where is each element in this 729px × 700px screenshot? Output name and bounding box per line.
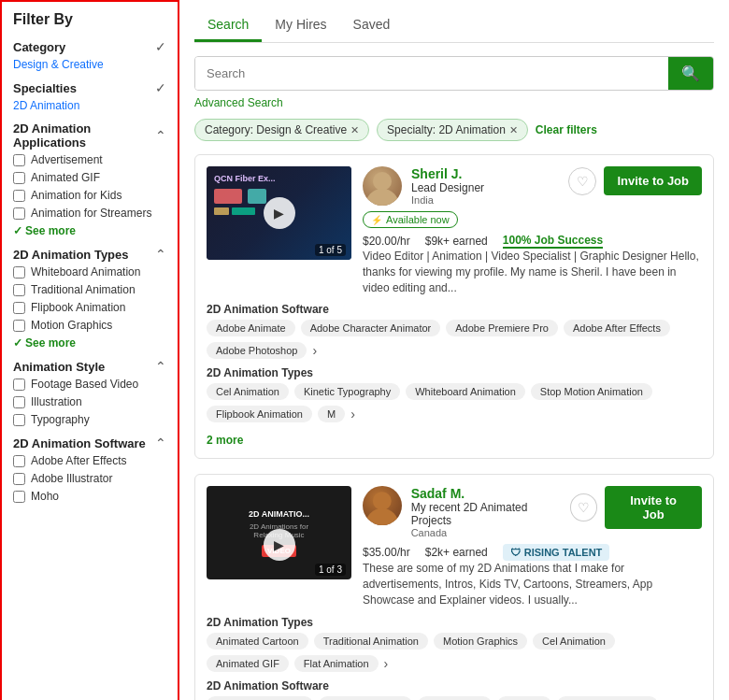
illustrator-checkbox[interactable] (13, 473, 25, 485)
invite-button-sheril[interactable]: Invite to Job (604, 166, 702, 195)
freelancer-name-sheril[interactable]: Sheril J. (411, 166, 484, 181)
tag-animated-cartoon: Animated Cartoon (207, 633, 308, 650)
clear-filters-link[interactable]: Clear filters (536, 123, 597, 136)
heart-button-sheril[interactable]: ♡ (568, 167, 596, 195)
types-tags-sheril: Cel Animation Kinetic Typography Whitebo… (207, 383, 702, 422)
types-section-sheril: 2D Animation Types Cel Animation Kinetic… (207, 366, 702, 422)
description-sadaf: These are some of my 2D Animations that … (363, 561, 702, 607)
whiteboard-checkbox[interactable] (13, 266, 25, 279)
card-actions-sadaf: ♡ Invite to Job (570, 486, 702, 529)
heart-button-sadaf[interactable]: ♡ (570, 493, 598, 521)
tag-whiteboard-animation: Whiteboard Animation (406, 383, 525, 400)
traditional-checkbox[interactable] (13, 284, 25, 296)
earned-sheril: $9k+ earned (425, 235, 488, 248)
checkbox-whiteboard[interactable]: Whiteboard Animation (13, 265, 166, 279)
checkbox-traditional[interactable]: Traditional Animation (13, 283, 166, 296)
checkbox-flipbook[interactable]: Flipbook Animation (13, 301, 166, 314)
footage-checkbox[interactable] (13, 379, 25, 391)
tab-search[interactable]: Search (194, 9, 262, 42)
checkbox-illustrator[interactable]: Adobe Illustrator (13, 472, 166, 485)
applications-see-more[interactable]: See more (13, 224, 166, 237)
freelancer-location-sheril: India (411, 194, 484, 206)
tag-flipbook: Flipbook Animation (207, 406, 312, 422)
types-tags-sadaf: Animated Cartoon Traditional Animation M… (207, 633, 702, 672)
types-label-sheril: 2D Animation Types (207, 366, 702, 379)
checkbox-motion-graphics[interactable]: Motion Graphics (13, 319, 166, 332)
rising-talent-label: RISING TALENT (524, 547, 603, 558)
more-count-sheril[interactable]: 2 more (207, 434, 702, 447)
checkbox-typography[interactable]: Typography (13, 413, 166, 426)
specialties-section: Specialties ✓ 2D Animation (13, 80, 166, 112)
specialties-header[interactable]: Specialties ✓ (13, 80, 166, 95)
more-software-arrow[interactable]: › (312, 343, 317, 358)
software-section: 2D Animation Software ⌃ Adobe After Effe… (13, 436, 166, 503)
category-label: Category (13, 40, 65, 54)
advertisement-checkbox[interactable] (13, 154, 25, 166)
card-info-sadaf: Sadaf M. My recent 2D Animated Projects … (363, 486, 702, 607)
style-header[interactable]: Animation Style ⌃ (13, 359, 166, 374)
style-label: Animation Style (13, 360, 105, 374)
after-effects-checkbox[interactable] (13, 455, 25, 467)
filter-pill-category[interactable]: Category: Design & Creative ✕ (194, 119, 369, 141)
more-types-arrow[interactable]: › (350, 407, 355, 421)
sidebar-title: Filter By (13, 11, 166, 28)
card-top-sheril: QCN Fiber Ex... ▶ 1 of 5 (207, 166, 702, 295)
tab-saved[interactable]: Saved (340, 9, 404, 42)
applications-header[interactable]: 2D Animation Applications ⌃ (13, 121, 166, 150)
tag-cel-animation: Cel Animation (207, 383, 289, 400)
freelancer-name-sadaf[interactable]: Sadaf M. (411, 486, 570, 501)
search-input[interactable] (195, 57, 668, 90)
freelancer-identity-sheril: Sheril J. Lead Designer India (363, 166, 484, 206)
freelancer-card-sheril: QCN Fiber Ex... ▶ 1 of 5 (194, 154, 714, 459)
software-header[interactable]: 2D Animation Software ⌃ (13, 436, 166, 450)
moho-checkbox[interactable] (13, 491, 25, 503)
more-types-arrow-sadaf[interactable]: › (384, 656, 389, 671)
types-see-more[interactable]: See more (13, 336, 166, 350)
checkbox-moho[interactable]: Moho (13, 490, 166, 503)
category-header[interactable]: Category ✓ (13, 39, 166, 54)
shield-icon: 🛡 (510, 547, 521, 558)
software-label-sheril: 2D Animation Software (207, 303, 702, 316)
card-video-sheril[interactable]: QCN Fiber Ex... ▶ 1 of 5 (207, 166, 351, 260)
card-video-sadaf[interactable]: 2D ANIMATIO... 2D Animations forRelaxing… (207, 486, 351, 579)
typography-checkbox[interactable] (13, 414, 25, 426)
checkbox-footage[interactable]: Footage Based Video (13, 378, 166, 391)
play-button-sadaf[interactable]: ▶ (264, 529, 295, 561)
filter-sidebar: Filter By Category ✓ Design & Creative S… (0, 0, 179, 700)
svg-point-3 (365, 508, 399, 525)
flipbook-checkbox[interactable] (13, 302, 25, 314)
freelancer-location-sadaf: Canada (411, 527, 570, 538)
slide-count-sadaf: 1 of 3 (315, 564, 346, 576)
checkbox-after-effects[interactable]: Adobe After Effects (13, 454, 166, 467)
types-section: 2D Animation Types ⌃ Whiteboard Animatio… (13, 247, 166, 350)
types-header[interactable]: 2D Animation Types ⌃ (13, 247, 166, 262)
avatar-sheril (363, 166, 402, 206)
checkbox-advertisement[interactable]: Advertisement (13, 153, 166, 166)
checkbox-animation-streamers[interactable]: Animation for Streamers (13, 207, 166, 220)
tabs-bar: Search My Hires Saved (194, 9, 714, 43)
types-label-sadaf: 2D Animation Types (207, 616, 702, 629)
tag-stop-motion: Stop Motion Animation (531, 383, 652, 400)
search-button[interactable]: 🔍 (668, 57, 713, 90)
remove-pill-specialty[interactable]: ✕ (509, 124, 518, 136)
animated-gif-checkbox[interactable] (13, 172, 25, 184)
checkbox-animation-kids[interactable]: Animation for Kids (13, 189, 166, 202)
play-button-sheril[interactable]: ▶ (264, 197, 295, 229)
tag-kinetic-typography: Kinetic Typography (294, 383, 400, 400)
animation-streamers-checkbox[interactable] (13, 207, 25, 220)
software-label-sadaf: 2D Animation Software (207, 679, 702, 693)
tag-m: M (318, 406, 345, 422)
tag-photoshop: Adobe Photoshop (207, 342, 307, 359)
filter-pill-specialty[interactable]: Specialty: 2D Animation ✕ (377, 119, 528, 141)
tab-my-hires[interactable]: My Hires (262, 9, 339, 42)
invite-button-sadaf[interactable]: Invite to Job (605, 486, 702, 529)
name-block-sadaf: Sadaf M. My recent 2D Animated Projects … (411, 486, 570, 538)
advanced-search-link[interactable]: Advanced Search (194, 96, 714, 109)
illustration-checkbox[interactable] (13, 396, 25, 408)
remove-pill-category[interactable]: ✕ (350, 124, 359, 136)
motion-graphics-checkbox[interactable] (13, 320, 25, 332)
checkbox-illustration[interactable]: Illustration (13, 395, 166, 408)
animation-kids-checkbox[interactable] (13, 190, 25, 202)
checkbox-animated-gif[interactable]: Animated GIF (13, 171, 166, 184)
description-sheril: Video Editor | Animation | Video Special… (363, 249, 702, 295)
